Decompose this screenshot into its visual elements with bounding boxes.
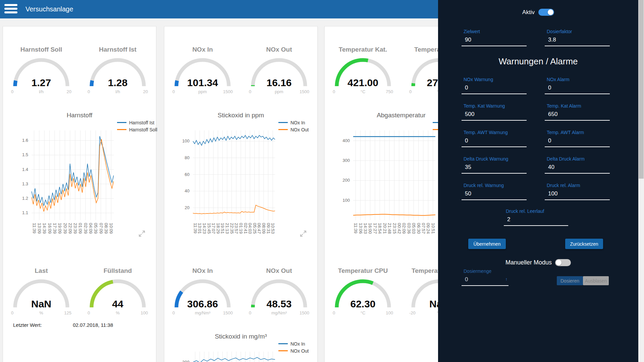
leerlauf-input[interactable] xyxy=(504,215,568,226)
gauge-slot: Temperatur CPU62.300°C100 xyxy=(325,267,401,316)
setting-field-temp-kat-warnung: Temp. Kat Warnung xyxy=(462,103,527,121)
x-tick-label: 08:09 xyxy=(261,223,266,234)
gauge-unit: mg/Nm³ xyxy=(271,310,287,315)
setting-field-dosierfaktor: Dosierfaktor xyxy=(545,29,610,46)
dosieren-button[interactable]: Dosieren xyxy=(557,276,583,285)
page-scrollbar[interactable] xyxy=(638,0,644,362)
x-tick-label: 17:07 xyxy=(211,223,216,234)
gauge-fuellstand: Füllstand440%100 xyxy=(87,267,149,316)
gauge-value: 306.86 xyxy=(187,298,218,309)
x-tick-label: 07:57 xyxy=(421,223,426,234)
menu-icon[interactable] xyxy=(4,4,17,15)
chart-harnstoff-chart: HarnstoffHarnstoff IstHarnstoff Soll1.11… xyxy=(3,111,156,252)
stepper-up-icon[interactable]: ↑ xyxy=(505,277,508,282)
legend-label: NOx Out xyxy=(290,127,309,132)
gauge-value: NaN xyxy=(31,298,51,309)
y-tick-label: 20 xyxy=(166,205,190,210)
series-NOx Out xyxy=(193,205,275,214)
apply-button[interactable]: Übernehmen xyxy=(468,239,506,249)
gauge-slot: Füllstand440%100 xyxy=(79,267,156,316)
field-label: Temp. AWT Warnung xyxy=(462,130,527,136)
gauge-last: LastNaN0%125 xyxy=(10,267,72,316)
series-NOx In xyxy=(193,357,275,362)
x-tick-label: 06:30 xyxy=(416,223,421,234)
gauge-slot: NOx Out16.160ppm1500 xyxy=(241,46,317,95)
gauge-arc: NaN xyxy=(10,277,72,310)
gauge-title: Temperatur CPU xyxy=(332,267,394,275)
gauge-harnstoff-soll: Harnstoff Soll1.270l/h20 xyxy=(10,46,72,95)
active-toggle[interactable] xyxy=(538,9,554,16)
field-input[interactable] xyxy=(462,110,527,121)
x-tick-label: 10:53 xyxy=(270,223,275,234)
dosiermenge-field: Dosiermenge ↑ xyxy=(462,268,508,286)
gauge-unit: % xyxy=(39,310,43,315)
legend-label: Harnstoff Ist xyxy=(129,120,154,125)
field-input[interactable] xyxy=(545,136,610,147)
gauge-value: 62.30 xyxy=(350,298,375,309)
field-input[interactable] xyxy=(462,83,527,94)
gauge-value: 421.00 xyxy=(347,77,378,88)
expand-chart-icon[interactable] xyxy=(138,230,146,238)
field-input[interactable] xyxy=(545,83,610,94)
field-input[interactable] xyxy=(462,189,527,200)
setting-field-delta-druck-alarm: Delta Druck Alarm xyxy=(545,156,610,174)
gauge-min: 0 xyxy=(88,89,90,94)
gauge-max: 20 xyxy=(67,89,71,94)
gauge-temp-cpu: Temperatur CPU62.300°C100 xyxy=(332,267,394,316)
setting-field-temp-awt-alarm: Temp. AWT Alarm xyxy=(545,130,610,147)
manual-mode-toggle[interactable] xyxy=(555,259,571,266)
field-input[interactable] xyxy=(545,163,610,174)
legend-line-swatch xyxy=(278,343,288,344)
setting-field-druck-rel-warnung: Druck rel. Warnung xyxy=(462,183,527,200)
legend-line-swatch xyxy=(278,350,288,351)
legend-item: NOx In xyxy=(278,119,309,126)
field-label: Delta Druck Warnung xyxy=(462,156,527,163)
field-input[interactable] xyxy=(462,163,527,174)
gauge-arc: 1.27 xyxy=(10,55,72,89)
x-tick-label: 16:00 xyxy=(368,223,373,234)
x-tick-label: 01:19 xyxy=(238,223,244,234)
field-label: Druck rel. Alarm xyxy=(545,183,610,189)
series-Harnstoff Soll xyxy=(32,139,114,212)
gauge-title: NOx Out xyxy=(248,267,310,275)
gauge-slot: NOx In306.860mg/Nm³1500 xyxy=(164,267,241,316)
chart-legend: NOx InNOx Out xyxy=(278,119,309,133)
chart-title: Stickoxid in ppm xyxy=(164,112,317,119)
setting-field-zielwert: Zielwert xyxy=(462,29,527,46)
gauge-nox-out-mg: NOx Out48.530mg/Nm³1500 xyxy=(248,267,310,316)
x-tick-label: 04:09 xyxy=(88,223,93,234)
legend-item: NOx Out xyxy=(278,126,309,133)
legend-line-swatch xyxy=(117,129,126,130)
gauge-arc: 44 xyxy=(87,277,149,310)
y-tick-label: 100 xyxy=(166,138,190,143)
field-input[interactable] xyxy=(545,189,610,200)
gauge-row: LastNaN0%125Füllstand440%100 xyxy=(3,267,156,316)
y-tick-label: 60 xyxy=(166,172,190,177)
field-label: Zielwert xyxy=(462,29,527,36)
field-input[interactable] xyxy=(462,136,527,147)
gauge-slot: Harnstoff Soll1.270l/h20 xyxy=(3,46,79,95)
gauge-max: 20 xyxy=(143,89,148,94)
card-harnstoff: Harnstoff Soll1.270l/h20Harnstoff Ist1.2… xyxy=(3,26,156,362)
y-tick-label: 1.1 xyxy=(4,210,28,215)
field-label: NOx Warnung xyxy=(462,77,527,83)
chart-plot-area xyxy=(193,130,275,220)
y-tick-label: 1.3 xyxy=(4,181,28,186)
gauge-max: 1500 xyxy=(223,310,233,315)
field-input[interactable] xyxy=(462,36,527,46)
dosiermenge-input[interactable] xyxy=(462,275,508,286)
field-input[interactable] xyxy=(545,36,610,46)
x-tick-label: 11:39 xyxy=(32,223,37,234)
x-tick-label: 08:39 xyxy=(104,223,109,234)
chart-title: Harnstoff xyxy=(3,112,156,119)
y-tick-label: 300 xyxy=(166,360,190,362)
gauge-unit: % xyxy=(116,310,120,315)
ausblasen-button[interactable]: Ausblasen xyxy=(583,276,609,285)
scrollbar-thumb[interactable] xyxy=(639,0,644,179)
gauge-min: 0 xyxy=(249,89,251,94)
gauge-row: NOx In101.340ppm1500NOx Out16.160ppm1500 xyxy=(164,46,317,95)
expand-chart-icon[interactable] xyxy=(299,230,307,238)
reset-button[interactable]: Zurücksetzen xyxy=(565,239,603,249)
field-input[interactable] xyxy=(545,110,610,121)
x-tick-label: 05:03 xyxy=(411,223,416,234)
